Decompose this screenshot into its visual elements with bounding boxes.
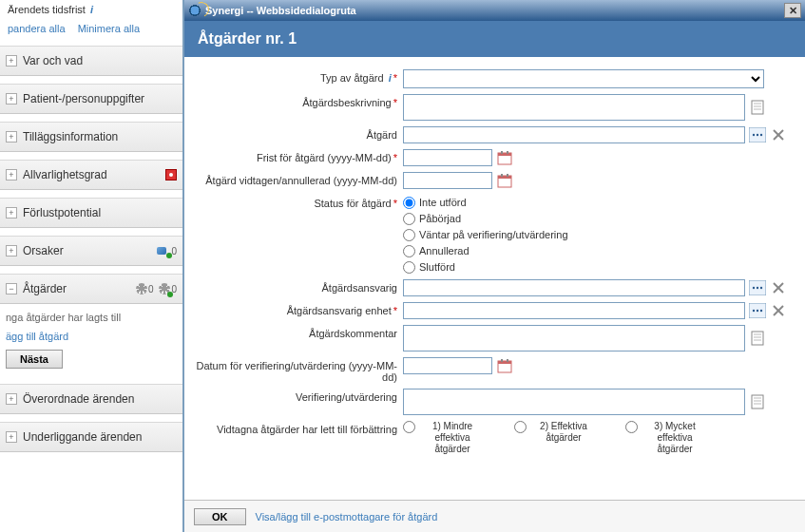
calendar-icon[interactable] <box>496 149 513 166</box>
note-icon[interactable] <box>749 330 766 347</box>
status-radio-0[interactable] <box>403 197 415 209</box>
section-allvarlighet[interactable]: + Allvarlighetsgrad <box>0 160 182 190</box>
svg-point-20 <box>757 287 758 289</box>
window-title: Synergi -- Webbsidedialogruta <box>205 5 784 16</box>
note-icon[interactable] <box>749 99 766 116</box>
rate-opt: 3) Mycket effektiva åtgärder <box>642 421 708 455</box>
orsaker-icon <box>157 245 170 256</box>
svg-rect-30 <box>752 332 763 345</box>
section-orsaker[interactable]: + Orsaker 0 <box>0 236 182 266</box>
left-panel: Ärendets tidsfrist i pandera alla Minime… <box>0 0 182 532</box>
severity-icon <box>165 169 177 180</box>
svg-point-27 <box>760 310 762 312</box>
rate-radio-2[interactable] <box>625 421 638 433</box>
status-radio-3[interactable] <box>403 245 415 257</box>
section-label: Åtgärder <box>23 282 132 295</box>
expand-all-link[interactable]: pandera alla <box>8 23 66 34</box>
svg-rect-36 <box>501 359 503 362</box>
expand-icon: + <box>6 207 17 218</box>
section-underliggande[interactable]: + Underliggande ärenden <box>0 422 182 452</box>
info-icon[interactable]: i <box>389 72 392 84</box>
row-desc: Åtgärdsbeskrivning* <box>184 91 795 124</box>
row-improvement: Vidtagna åtgärder har lett till förbättr… <box>184 418 795 458</box>
section-forlust[interactable]: + Förlustpotential <box>0 198 182 228</box>
type-select[interactable] <box>403 69 764 88</box>
deadline-input[interactable] <box>403 149 492 166</box>
delete-icon[interactable] <box>770 126 787 143</box>
svg-rect-12 <box>501 151 503 154</box>
svg-rect-37 <box>507 359 508 362</box>
next-button[interactable]: Nästa <box>6 350 63 369</box>
svg-rect-38 <box>752 395 763 408</box>
svg-point-6 <box>757 134 758 136</box>
donedate-input[interactable] <box>403 172 492 189</box>
verify-textarea[interactable] <box>403 389 745 415</box>
section-label: Var och vad <box>23 54 177 67</box>
expand-icon: + <box>6 55 17 66</box>
section-overordnade[interactable]: + Överordnade ärenden <box>0 384 182 414</box>
add-action-link[interactable]: ägg till åtgärd <box>0 331 182 342</box>
responsible-input[interactable] <box>403 279 745 296</box>
expand-icon: + <box>6 431 17 443</box>
status-radio-group: Inte utförd Påbörjad Väntar på verifieri… <box>403 195 568 274</box>
required-mark: * <box>393 97 397 108</box>
status-opt: Inte utförd <box>419 197 467 208</box>
status-radio-1[interactable] <box>403 213 415 225</box>
label-status: Status för åtgärd <box>314 198 391 209</box>
respunit-input[interactable] <box>403 302 745 319</box>
label-respunit: Åtgärdsansvarig enhet <box>287 305 392 316</box>
gear-plus-icon <box>159 283 170 294</box>
section-patient[interactable]: + Patient-/personuppgifter <box>0 84 182 114</box>
svg-rect-17 <box>507 174 508 177</box>
row-action: Åtgärd <box>184 124 795 146</box>
info-icon[interactable]: i <box>90 4 93 15</box>
rate-radio-0[interactable] <box>403 421 415 433</box>
row-verifydate: Datum för verifiering/utvärdering (yyyy-… <box>184 354 795 386</box>
expand-icon: + <box>6 93 17 104</box>
required-mark: * <box>393 152 397 163</box>
expand-collapse-links: pandera alla Minimera alla <box>0 19 182 38</box>
collapse-all-link[interactable]: Minimera alla <box>78 23 140 34</box>
expand-icon: + <box>6 245 17 256</box>
section-atgarder[interactable]: − Åtgärder 0 0 <box>0 274 182 304</box>
action-input[interactable] <box>403 126 745 143</box>
section-tillaggs[interactable]: + Tilläggsinformation <box>0 122 182 152</box>
atgarder-count1: 0 <box>148 284 154 294</box>
section-label: Överordnade ärenden <box>23 392 177 406</box>
svg-rect-15 <box>498 176 511 179</box>
note-icon[interactable] <box>749 393 766 410</box>
lookup-icon[interactable] <box>749 279 766 296</box>
required-mark: * <box>393 305 397 316</box>
section-label: Patient-/personuppgifter <box>23 92 177 105</box>
delete-icon[interactable] <box>770 302 787 319</box>
required-mark: * <box>393 198 397 209</box>
email-recipients-link[interactable]: Visa/lägg till e-postmottagare för åtgär… <box>256 511 438 522</box>
svg-rect-11 <box>498 153 511 156</box>
calendar-icon[interactable] <box>496 357 513 374</box>
no-actions-text: nga åtgärder har lagts till <box>0 304 182 331</box>
row-type: Typ av åtgärd i* <box>184 66 795 91</box>
row-responsible: Åtgärdsansvarig <box>184 276 795 299</box>
lookup-icon[interactable] <box>749 302 766 319</box>
lookup-icon[interactable] <box>749 126 766 143</box>
close-button[interactable]: ✕ <box>784 3 801 18</box>
label-deadline: Frist för åtgärd (yyyy-MM-dd) <box>257 152 392 163</box>
svg-rect-16 <box>501 174 503 177</box>
delete-icon[interactable] <box>770 279 787 296</box>
rate-radio-1[interactable] <box>514 421 527 433</box>
ok-button[interactable]: OK <box>194 508 246 525</box>
status-radio-2[interactable] <box>403 229 415 241</box>
section-label: Allvarlighetsgrad <box>23 168 162 181</box>
section-label: Orsaker <box>23 244 153 257</box>
status-radio-4[interactable] <box>403 261 415 274</box>
label-verify: Verifiering/utvärdering <box>296 391 397 403</box>
desc-textarea[interactable] <box>403 94 745 121</box>
deadline-label: Ärendets tidsfrist <box>8 4 86 15</box>
title-bar: Synergi -- Webbsidedialogruta ✕ <box>184 0 805 21</box>
section-var-och-vad[interactable]: + Var och vad <box>0 46 182 76</box>
row-respunit: Åtgärdsansvarig enhet* <box>184 299 795 322</box>
calendar-icon[interactable] <box>496 172 513 189</box>
verifydate-input[interactable] <box>403 357 492 374</box>
comment-textarea[interactable] <box>403 325 745 352</box>
expand-icon: + <box>6 169 17 180</box>
